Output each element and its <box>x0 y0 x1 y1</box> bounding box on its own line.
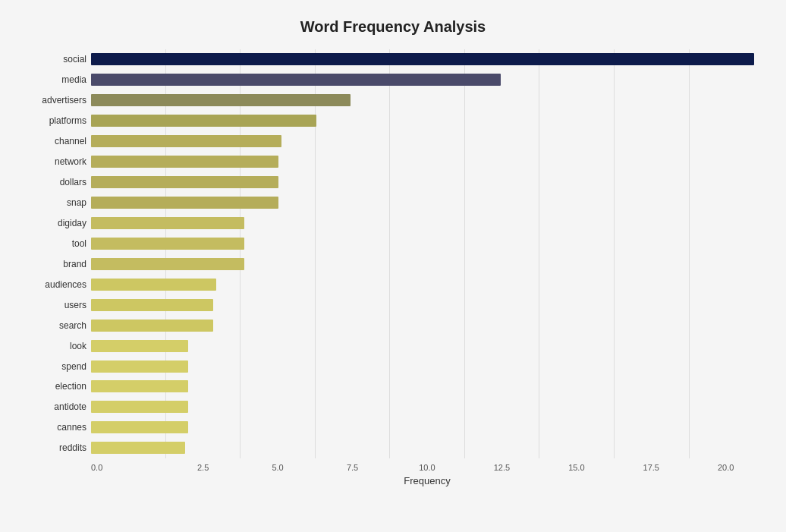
y-label: advertisers <box>42 92 86 109</box>
bar <box>91 340 188 352</box>
chart-container: Word Frequency Analysis socialmediaadver… <box>0 0 786 532</box>
bar <box>91 442 185 454</box>
bar-row <box>91 71 763 88</box>
bar-row <box>91 92 763 109</box>
bar-row <box>91 235 763 252</box>
bar-row <box>91 112 763 129</box>
bar <box>91 320 213 332</box>
x-tick: 10.0 <box>390 463 464 472</box>
bar <box>91 238 244 250</box>
bar <box>91 380 188 392</box>
y-label: users <box>64 297 86 313</box>
bar-row <box>91 51 763 68</box>
bar-row <box>91 439 763 456</box>
y-label: spend <box>61 358 86 375</box>
y-label: snap <box>67 194 86 211</box>
bar-row <box>91 276 763 293</box>
x-tick: 2.5 <box>165 463 240 472</box>
y-label: cannes <box>57 419 86 436</box>
bar-row <box>91 317 763 334</box>
y-label: look <box>70 338 86 354</box>
bar <box>91 74 501 86</box>
y-label: audiences <box>45 276 86 293</box>
bar-row <box>91 358 763 375</box>
bar-row <box>91 194 763 211</box>
x-tick: 15.0 <box>539 463 614 472</box>
bar <box>91 176 278 188</box>
x-tick: 17.5 <box>614 463 688 472</box>
bar <box>91 360 188 373</box>
y-label: network <box>55 153 86 170</box>
x-tick: 5.0 <box>241 463 315 472</box>
x-tick: 0.0 <box>91 463 165 472</box>
bar <box>91 258 244 270</box>
y-label: social <box>63 51 86 68</box>
bar-row <box>91 256 763 272</box>
bars <box>91 49 763 458</box>
y-label: dollars <box>60 174 86 190</box>
x-tick: 7.5 <box>315 463 389 472</box>
x-tick: 20.0 <box>689 463 763 472</box>
y-label: tool <box>72 235 86 252</box>
y-label: brand <box>63 256 86 272</box>
bar <box>91 53 754 65</box>
y-label: platforms <box>49 112 86 129</box>
bar <box>91 197 278 209</box>
chart-area: socialmediaadvertisersplatformschannelne… <box>23 49 763 458</box>
bar-row <box>91 153 763 170</box>
chart-body: socialmediaadvertisersplatformschannelne… <box>23 49 763 486</box>
y-label: reddits <box>59 439 86 456</box>
bar-row <box>91 338 763 354</box>
bar <box>91 115 316 127</box>
bar-row <box>91 133 763 150</box>
y-labels: socialmediaadvertisersplatformschannelne… <box>23 49 91 458</box>
bar-row <box>91 398 763 415</box>
bar <box>91 156 278 168</box>
chart-title: Word Frequency Analysis <box>23 15 763 36</box>
bar <box>91 217 244 229</box>
bar-row <box>91 215 763 231</box>
y-label: antidote <box>54 398 86 415</box>
x-tick: 12.5 <box>464 463 539 472</box>
y-label: media <box>61 71 86 88</box>
bar <box>91 421 188 433</box>
bar <box>91 135 281 147</box>
y-label: search <box>59 317 86 334</box>
y-label: digiday <box>58 215 86 231</box>
y-label: election <box>55 378 86 395</box>
bar-row <box>91 174 763 190</box>
bars-and-grid <box>91 49 763 458</box>
bar <box>91 94 351 106</box>
bar <box>91 279 216 291</box>
y-label: channel <box>55 133 86 150</box>
bar-row <box>91 297 763 313</box>
bar <box>91 401 188 413</box>
bar-row <box>91 419 763 436</box>
x-axis: 0.02.55.07.510.012.515.017.520.0 <box>91 463 763 472</box>
bar-row <box>91 378 763 395</box>
x-axis-label: Frequency <box>91 475 763 486</box>
bar <box>91 299 213 311</box>
